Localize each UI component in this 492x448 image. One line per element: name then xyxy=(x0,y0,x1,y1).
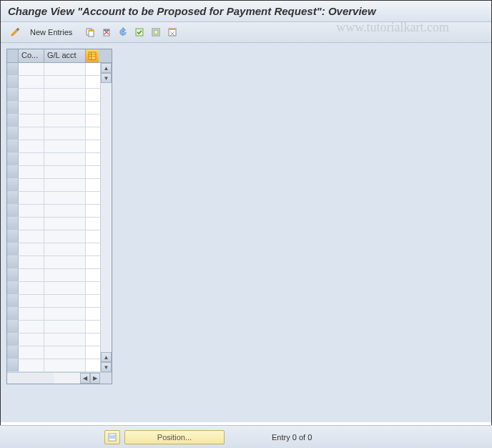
cell-gl[interactable] xyxy=(44,205,86,217)
row-selector[interactable] xyxy=(7,166,19,178)
deselect-all-icon[interactable] xyxy=(165,25,179,39)
copy-icon[interactable] xyxy=(83,25,97,39)
row-selector[interactable] xyxy=(7,179,19,191)
cell-co[interactable] xyxy=(19,140,44,152)
cell-co[interactable] xyxy=(19,63,44,75)
cell-gl[interactable] xyxy=(44,140,86,152)
position-icon-button[interactable] xyxy=(104,430,120,444)
scroll-down-icon[interactable]: ▼ xyxy=(101,73,112,83)
cell-gl[interactable] xyxy=(44,256,86,268)
cell-gl[interactable] xyxy=(44,127,86,140)
cell-gl[interactable] xyxy=(44,333,86,346)
row-selector[interactable] xyxy=(7,359,19,371)
undo-icon[interactable] xyxy=(116,25,130,39)
row-selector[interactable] xyxy=(7,321,19,333)
row-selector[interactable] xyxy=(7,102,19,114)
horizontal-scrollbar[interactable]: ◀ ▶ xyxy=(7,372,112,384)
cell-gl[interactable] xyxy=(44,321,86,333)
scroll-right-icon[interactable]: ▶ xyxy=(90,373,100,384)
select-block-icon[interactable] xyxy=(149,25,163,39)
delete-icon[interactable] xyxy=(99,25,114,39)
toggle-change-icon[interactable] xyxy=(8,25,22,39)
cell-co[interactable] xyxy=(19,179,44,191)
table-row xyxy=(7,76,100,89)
row-selector[interactable] xyxy=(7,127,19,140)
row-selector[interactable] xyxy=(7,115,19,127)
cell-co[interactable] xyxy=(19,295,44,307)
cell-gl[interactable] xyxy=(44,115,86,127)
cell-co[interactable] xyxy=(19,282,44,294)
cell-co[interactable] xyxy=(19,115,44,127)
cell-gl[interactable] xyxy=(44,89,86,101)
row-selector[interactable] xyxy=(7,256,19,268)
cell-co[interactable] xyxy=(19,269,44,281)
scroll-down2-icon[interactable]: ▼ xyxy=(101,362,112,372)
row-selector[interactable] xyxy=(7,282,19,294)
row-selector[interactable] xyxy=(7,333,19,346)
row-selector[interactable] xyxy=(7,230,19,243)
cell-gl[interactable] xyxy=(44,166,86,178)
cell-co[interactable] xyxy=(19,256,44,268)
row-selector[interactable] xyxy=(7,89,19,101)
scroll-up2-icon[interactable]: ▲ xyxy=(101,352,112,362)
cell-co[interactable] xyxy=(19,127,44,140)
row-selector[interactable] xyxy=(7,243,19,255)
row-selector[interactable] xyxy=(7,269,19,281)
cell-gl[interactable] xyxy=(44,179,86,191)
cell-gl[interactable] xyxy=(44,192,86,204)
cell-co[interactable] xyxy=(19,308,44,320)
position-button[interactable]: Position... xyxy=(124,430,225,444)
table-row xyxy=(7,140,100,153)
select-all-header[interactable] xyxy=(7,49,19,62)
column-header-gl[interactable]: G/L acct xyxy=(44,49,86,62)
cell-co[interactable] xyxy=(19,321,44,333)
select-all-icon[interactable] xyxy=(132,25,147,39)
cell-gl[interactable] xyxy=(44,218,86,230)
vscroll-track[interactable] xyxy=(101,83,112,352)
table-row xyxy=(7,346,100,359)
scroll-up-icon[interactable]: ▲ xyxy=(101,63,112,73)
cell-gl[interactable] xyxy=(44,359,86,371)
cell-gl[interactable] xyxy=(44,282,86,294)
new-entries-button[interactable]: New Entries xyxy=(24,26,78,38)
hscroll-track[interactable] xyxy=(54,373,80,384)
cell-co[interactable] xyxy=(19,359,44,371)
cell-gl[interactable] xyxy=(44,153,86,165)
cell-co[interactable] xyxy=(19,230,44,243)
cell-co[interactable] xyxy=(19,243,44,255)
row-selector[interactable] xyxy=(7,76,19,88)
cell-co[interactable] xyxy=(19,89,44,101)
cell-gl[interactable] xyxy=(44,76,86,88)
cell-co[interactable] xyxy=(19,76,44,88)
table-settings-icon[interactable] xyxy=(86,49,99,62)
cell-co[interactable] xyxy=(19,218,44,230)
cell-co[interactable] xyxy=(19,192,44,204)
row-selector[interactable] xyxy=(7,346,19,359)
row-selector[interactable] xyxy=(7,140,19,152)
cell-gl[interactable] xyxy=(44,102,86,114)
cell-gl[interactable] xyxy=(44,63,86,75)
cell-co[interactable] xyxy=(19,205,44,217)
cell-gl[interactable] xyxy=(44,243,86,255)
cell-gl[interactable] xyxy=(44,308,86,320)
cell-co[interactable] xyxy=(19,102,44,114)
row-selector[interactable] xyxy=(7,308,19,320)
content-area: Co... G/L acct ▲ ▼ ▲ ▼ ◀ ▶ xyxy=(1,43,491,422)
row-selector[interactable] xyxy=(7,218,19,230)
row-selector[interactable] xyxy=(7,63,19,75)
cell-gl[interactable] xyxy=(44,230,86,243)
column-header-co[interactable]: Co... xyxy=(19,49,44,62)
row-selector[interactable] xyxy=(7,205,19,217)
cell-co[interactable] xyxy=(19,333,44,346)
cell-gl[interactable] xyxy=(44,295,86,307)
row-selector[interactable] xyxy=(7,192,19,204)
vertical-scrollbar[interactable]: ▲ ▼ ▲ ▼ xyxy=(100,63,112,372)
row-selector[interactable] xyxy=(7,153,19,165)
cell-co[interactable] xyxy=(19,153,44,165)
cell-co[interactable] xyxy=(19,346,44,359)
cell-gl[interactable] xyxy=(44,346,86,359)
cell-gl[interactable] xyxy=(44,269,86,281)
scroll-left-icon[interactable]: ◀ xyxy=(80,373,90,384)
row-selector[interactable] xyxy=(7,295,19,307)
cell-co[interactable] xyxy=(19,166,44,178)
